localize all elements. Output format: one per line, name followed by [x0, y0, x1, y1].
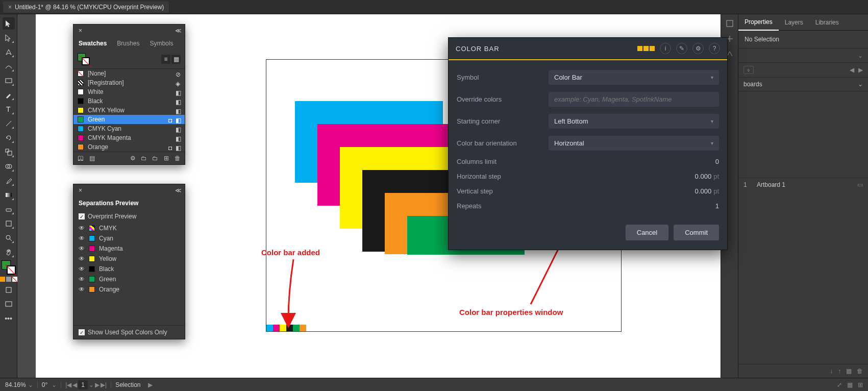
eye-icon[interactable]: 👁 — [79, 246, 85, 252]
direct-selection-tool[interactable] — [3, 32, 15, 44]
rail-icon-1[interactable] — [724, 17, 736, 30]
pen-tool[interactable] — [3, 46, 15, 58]
rectangle-tool[interactable] — [3, 75, 15, 87]
nav-prev[interactable]: ◀ — [72, 381, 77, 388]
brush-tool[interactable] — [3, 89, 15, 101]
tab-brushes[interactable]: Brushes — [112, 37, 144, 50]
tool-icon[interactable]: ✎ — [676, 43, 687, 54]
plugin-tabs-icon[interactable] — [637, 46, 655, 51]
swatch-row-none[interactable]: [None]⊘ — [73, 69, 185, 78]
orientation-select[interactable]: Horizontal▾ — [549, 136, 719, 151]
rotate-tool[interactable] — [3, 132, 15, 144]
swatch-row-black[interactable]: Black◧ — [73, 96, 185, 106]
artboard-row[interactable]: 1 Artboard 1 ▭ — [738, 178, 868, 191]
reorder-up[interactable]: ↑ — [838, 368, 841, 375]
swatch-row-cmyk-cyan[interactable]: CMYK Cyan◧ — [73, 124, 185, 133]
scale-tool[interactable] — [3, 146, 15, 158]
close-tab-icon[interactable]: × — [8, 4, 12, 11]
edit-toolbar[interactable]: ••• — [5, 314, 12, 323]
eraser-tool[interactable] — [3, 203, 15, 215]
tab-properties[interactable]: Properties — [738, 15, 779, 31]
rotation-value[interactable]: 0° — [42, 381, 47, 388]
override-colors-input[interactable] — [549, 92, 719, 107]
reorder-down[interactable]: ↓ — [830, 368, 833, 375]
zoom-dropdown[interactable]: ⌄ — [28, 381, 33, 388]
show-used-checkbox[interactable]: ✓ — [79, 329, 85, 335]
artboard-tool[interactable] — [3, 217, 15, 230]
swatch-kind-icon[interactable]: ▤ — [88, 154, 96, 162]
tab-swatches[interactable]: Swatches — [73, 37, 112, 50]
eyedropper-tool[interactable] — [3, 175, 15, 187]
tab-symbols[interactable]: Symbols — [144, 37, 178, 50]
eye-icon[interactable]: 👁 — [79, 235, 85, 241]
rotation-dropdown[interactable]: ⌄ — [52, 381, 57, 388]
hand-tool[interactable] — [3, 246, 15, 258]
artboards-header[interactable]: boards ⌄ — [738, 78, 868, 91]
document-tab[interactable]: × Untitled-1* @ 84.16 % (CMYK/CPU Overpr… — [3, 2, 169, 13]
close-icon[interactable]: × — [77, 27, 84, 34]
curvature-tool[interactable] — [3, 60, 15, 72]
separations-panel[interactable]: × ≪ Separations Preview ✓ Overprint Prev… — [73, 184, 185, 339]
new-folder-icon[interactable]: 🗀 — [151, 154, 159, 162]
grid-view-icon[interactable]: ▦ — [171, 55, 181, 64]
new-group-icon[interactable]: 🗀 — [140, 154, 148, 162]
status-play-icon[interactable]: ▶ — [148, 381, 153, 388]
mini-btn-1[interactable]: ⎀ — [743, 66, 754, 74]
draw-mode[interactable] — [3, 284, 15, 296]
swatch-libraries-icon[interactable]: 🕮 — [77, 154, 85, 162]
swatch-row-cmyk-magenta[interactable]: CMYK Magenta◧ — [73, 133, 185, 142]
sep-row-cyan[interactable]: 👁Cyan — [73, 233, 185, 243]
columns-value[interactable]: 0 — [549, 158, 719, 165]
collapse-icon[interactable]: ≪ — [175, 27, 182, 34]
eye-icon[interactable]: 👁 — [79, 276, 85, 282]
nav-last[interactable]: ▶| — [101, 381, 107, 388]
help-icon[interactable]: ? — [709, 43, 720, 54]
color-mode[interactable] — [0, 277, 5, 282]
sep-row-cmyk[interactable]: 👁CMYK — [73, 223, 185, 233]
list-view-icon[interactable]: ≡ — [161, 55, 170, 64]
none-mode[interactable] — [12, 277, 17, 282]
sep-row-magenta[interactable]: 👁Magenta — [73, 243, 185, 254]
sep-row-green[interactable]: 👁Green — [73, 274, 185, 284]
swatch-row-orange[interactable]: Orange◘◧ — [73, 142, 185, 152]
gear-icon[interactable]: ⚙ — [692, 43, 704, 54]
close-icon[interactable]: × — [77, 187, 84, 194]
zoom-tool[interactable] — [3, 232, 15, 244]
swatch-row-white[interactable]: White◧ — [73, 87, 185, 96]
repeats-value[interactable]: 1 — [549, 202, 719, 210]
eye-icon[interactable]: 👁 — [79, 286, 85, 292]
prev-artboard[interactable]: ◀ — [850, 66, 854, 74]
sep-row-black[interactable]: 👁Black — [73, 264, 185, 274]
zoom-value[interactable]: 84.16% — [5, 381, 26, 388]
shapebuilder-tool[interactable] — [3, 160, 15, 173]
eye-icon[interactable]: 👁 — [79, 266, 85, 272]
overprint-checkbox[interactable]: ✓ — [79, 213, 85, 219]
swatch-stroke[interactable] — [82, 57, 90, 65]
status-icon-3[interactable]: ⊞ — [858, 381, 863, 388]
sep-row-yellow[interactable]: 👁Yellow — [73, 254, 185, 264]
swatch-row-green[interactable]: Green◘◧ — [73, 115, 185, 124]
gradient-mode[interactable] — [6, 277, 11, 282]
new-swatch-icon[interactable]: ⊞ — [162, 154, 170, 162]
hstep-value[interactable]: 0.000 — [695, 173, 712, 180]
sep-row-orange[interactable]: 👁Orange — [73, 284, 185, 295]
plugin-header[interactable]: COLOR BAR i ✎ ⚙ ? — [449, 38, 727, 60]
swatch-options-icon[interactable]: ⚙ — [129, 154, 137, 162]
cancel-button[interactable]: Cancel — [626, 225, 668, 240]
next-artboard[interactable]: ▶ — [858, 66, 863, 74]
nav-next[interactable]: ▶ — [95, 381, 100, 388]
new-artboard[interactable]: ▦ — [846, 368, 852, 375]
commit-button[interactable]: Commit — [674, 225, 719, 240]
line-tool[interactable] — [3, 117, 15, 130]
swatch-row-registration[interactable]: [Registration]◈ — [73, 78, 185, 87]
stroke-color[interactable] — [7, 265, 16, 275]
nav-artboard-num[interactable]: 1 — [78, 380, 88, 389]
tab-layers[interactable]: Layers — [779, 14, 809, 30]
vstep-value[interactable]: 0.000 — [695, 187, 712, 195]
color-bar-plugin-window[interactable]: COLOR BAR i ✎ ⚙ ? Symbol Color Bar▾ Over… — [448, 37, 728, 250]
screen-mode[interactable] — [3, 298, 15, 310]
gradient-tool[interactable] — [3, 189, 15, 201]
color-bar-output[interactable] — [266, 325, 306, 331]
status-icon-2[interactable]: ▦ — [847, 381, 853, 388]
symbol-select[interactable]: Color Bar▾ — [549, 70, 719, 85]
